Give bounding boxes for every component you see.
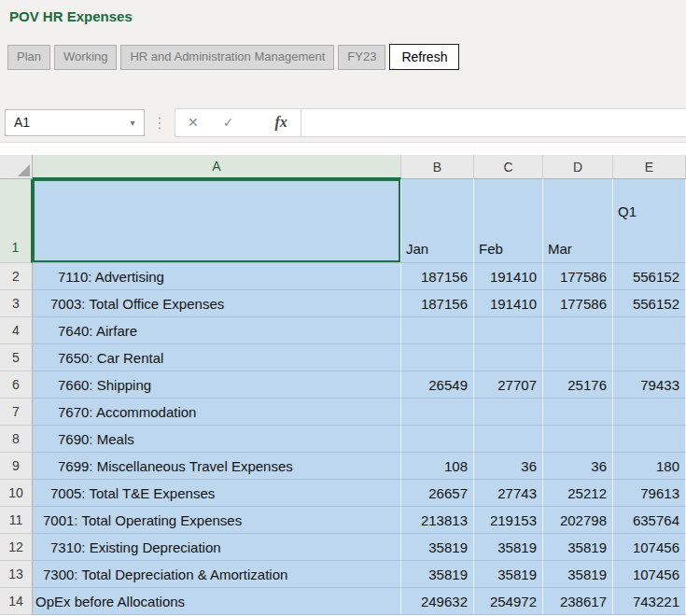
row-header-5[interactable]: 5 xyxy=(0,344,33,371)
row-header-4[interactable]: 4 xyxy=(0,317,33,344)
row-header-10[interactable]: 10 xyxy=(0,480,33,507)
cell-E9[interactable]: 180 xyxy=(613,453,686,480)
cell-A11[interactable]: 7001: Total Operating Expenses xyxy=(33,507,401,534)
cell-B8[interactable] xyxy=(401,426,474,453)
select-all-corner[interactable] xyxy=(0,155,33,179)
cell-A2[interactable]: 7110: Advertising xyxy=(33,263,401,290)
cell-D5[interactable] xyxy=(543,344,613,371)
cell-A9[interactable]: 7699: Miscellaneous Travel Expenses xyxy=(33,453,401,480)
cell-C3[interactable]: 191410 xyxy=(474,290,543,317)
cell-B1[interactable]: Jan xyxy=(401,179,474,263)
cell-B3[interactable]: 187156 xyxy=(401,290,474,317)
cell-B14[interactable]: 249632 xyxy=(401,588,474,615)
cell-C11[interactable]: 219153 xyxy=(474,507,543,534)
cell-C6[interactable]: 27707 xyxy=(474,371,543,399)
fx-icon[interactable]: fx xyxy=(262,114,287,131)
cell-D9[interactable]: 36 xyxy=(543,453,613,480)
cell-D11[interactable]: 202798 xyxy=(543,507,613,534)
name-box[interactable]: A1 ▾ xyxy=(5,109,145,136)
cell-C7[interactable] xyxy=(474,399,543,426)
cell-E11[interactable]: 635764 xyxy=(613,507,686,534)
cell-C13[interactable]: 35819 xyxy=(474,561,543,588)
cell-E8[interactable] xyxy=(613,426,686,453)
row-header-14[interactable]: 14 xyxy=(0,588,33,615)
column-header-E[interactable]: E xyxy=(613,155,686,179)
cell-D12[interactable]: 35819 xyxy=(543,534,613,561)
cell-D14[interactable]: 238617 xyxy=(543,588,613,615)
row-header-11[interactable]: 11 xyxy=(0,507,33,534)
cell-A8[interactable]: 7690: Meals xyxy=(33,426,401,453)
cell-D1[interactable]: Mar xyxy=(543,179,613,263)
cell-D7[interactable] xyxy=(543,399,613,426)
cell-A10[interactable]: 7005: Total T&E Expenses xyxy=(33,480,401,507)
cell-A14[interactable]: OpEx before Allocations xyxy=(33,588,401,615)
cell-B2[interactable]: 187156 xyxy=(401,263,474,290)
column-header-B[interactable]: B xyxy=(401,155,474,179)
cell-D6[interactable]: 25176 xyxy=(543,371,613,399)
cell-E10[interactable]: 79613 xyxy=(613,480,686,507)
cancel-icon[interactable]: ✕ xyxy=(175,115,211,130)
hr-and-administration-management-button[interactable]: HR and Administration Management xyxy=(120,45,334,70)
cell-D13[interactable]: 35819 xyxy=(543,561,613,588)
cell-A4[interactable]: 7640: Airfare xyxy=(33,317,401,344)
cell-B4[interactable] xyxy=(401,317,474,344)
column-header-D[interactable]: D xyxy=(543,155,613,179)
working-button[interactable]: Working xyxy=(54,45,117,70)
cell-D10[interactable]: 25212 xyxy=(543,480,613,507)
cell-C12[interactable]: 35819 xyxy=(474,534,543,561)
cell-E4[interactable] xyxy=(613,317,686,344)
row-header-13[interactable]: 13 xyxy=(0,561,33,588)
plan-button[interactable]: Plan xyxy=(7,45,50,70)
confirm-icon[interactable]: ✓ xyxy=(211,115,246,130)
cell-C10[interactable]: 27743 xyxy=(474,480,543,507)
cell-E13[interactable]: 107456 xyxy=(613,561,686,588)
cell-C4[interactable] xyxy=(474,317,543,344)
cell-A13[interactable]: 7300: Total Depreciation & Amortization xyxy=(33,561,401,588)
cell-E6[interactable]: 79433 xyxy=(613,371,686,399)
fy23-button[interactable]: FY23 xyxy=(338,45,385,70)
row-header-2[interactable]: 2 xyxy=(0,263,33,290)
cell-C14[interactable]: 254972 xyxy=(474,588,543,615)
cell-E1[interactable]: Q1 xyxy=(613,179,686,263)
cell-A5[interactable]: 7650: Car Rental xyxy=(33,344,401,371)
cell-D3[interactable]: 177586 xyxy=(543,290,613,317)
row-header-8[interactable]: 8 xyxy=(0,426,33,453)
cell-B9[interactable]: 108 xyxy=(401,453,474,480)
row-header-9[interactable]: 9 xyxy=(0,453,33,480)
cell-E5[interactable] xyxy=(613,344,686,371)
row-header-3[interactable]: 3 xyxy=(0,290,33,317)
cell-E2[interactable]: 556152 xyxy=(613,263,686,290)
cell-B11[interactable]: 213813 xyxy=(401,507,474,534)
cell-B6[interactable]: 26549 xyxy=(401,371,474,399)
row-header-12[interactable]: 12 xyxy=(0,534,33,561)
cell-B13[interactable]: 35819 xyxy=(401,561,474,588)
cell-B7[interactable] xyxy=(401,399,474,426)
cell-D2[interactable]: 177586 xyxy=(543,263,613,290)
column-header-C[interactable]: C xyxy=(474,155,543,179)
cell-C8[interactable] xyxy=(474,426,543,453)
cell-E7[interactable] xyxy=(613,399,686,426)
cell-D8[interactable] xyxy=(543,426,613,453)
chevron-down-icon[interactable]: ▾ xyxy=(121,118,144,128)
cell-B10[interactable]: 26657 xyxy=(401,480,474,507)
cell-C2[interactable]: 191410 xyxy=(474,263,543,290)
cell-A7[interactable]: 7670: Accommodation xyxy=(33,399,401,426)
row-header-7[interactable]: 7 xyxy=(0,399,33,426)
cell-E12[interactable]: 107456 xyxy=(613,534,686,561)
cell-E14[interactable]: 743221 xyxy=(613,588,686,615)
cell-D4[interactable] xyxy=(543,317,613,344)
row-header-6[interactable]: 6 xyxy=(0,371,33,399)
row-header-1[interactable]: 1 xyxy=(0,179,33,263)
cell-B5[interactable] xyxy=(401,344,474,371)
refresh-button[interactable]: Refresh xyxy=(389,44,459,70)
cell-A3[interactable]: 7003: Total Office Expenses xyxy=(33,290,401,317)
column-header-A[interactable]: A xyxy=(33,155,401,179)
cell-C9[interactable]: 36 xyxy=(474,453,543,480)
cell-B12[interactable]: 35819 xyxy=(401,534,474,561)
cell-A6[interactable]: 7660: Shipping xyxy=(33,371,401,399)
cell-A1[interactable] xyxy=(33,179,401,263)
cell-E3[interactable]: 556152 xyxy=(613,290,686,317)
cell-C1[interactable]: Feb xyxy=(474,179,543,263)
formula-input[interactable] xyxy=(301,109,686,136)
cell-C5[interactable] xyxy=(474,344,543,371)
